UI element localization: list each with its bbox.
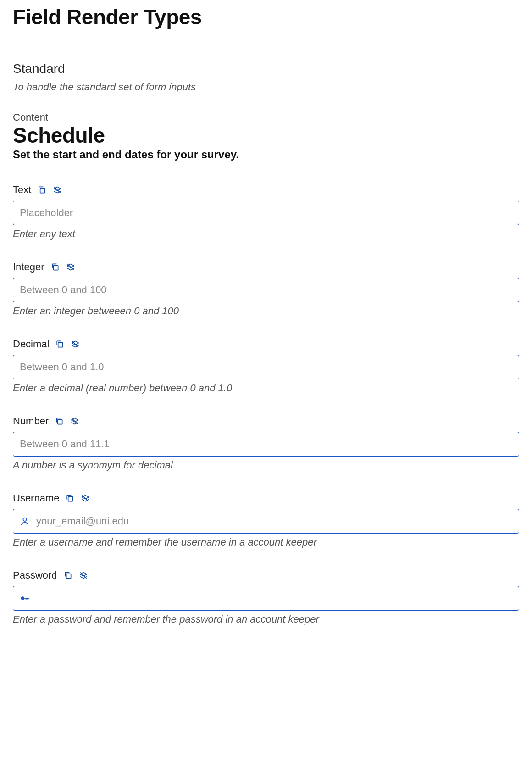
copy-icon[interactable] [65,493,75,503]
svg-rect-4 [58,343,63,347]
copy-icon[interactable] [63,570,73,580]
integer-input-wrap[interactable] [13,278,519,302]
content-heading: Schedule [13,124,519,146]
section-header: Standard [13,61,519,78]
field-help-decimal: Enter a decimal (real number) between 0 … [13,382,519,394]
decimal-input-wrap[interactable] [13,355,519,379]
password-input-wrap[interactable] [13,586,519,611]
number-input[interactable] [19,432,513,456]
field-label-number: Number [13,415,49,427]
field-help-password: Enter a password and remember the passwo… [13,613,519,625]
password-input[interactable] [35,586,513,610]
field-label-text: Text [13,184,31,196]
svg-rect-2 [53,266,58,270]
field-label-integer: Integer [13,261,44,273]
field-help-integer: Enter an integer betweeen 0 and 100 [13,305,519,317]
copy-icon[interactable] [37,185,47,195]
svg-rect-0 [40,189,45,193]
svg-point-10 [23,518,26,521]
field-password: Password Enter a password and remember t… [13,569,519,625]
number-input-wrap[interactable] [13,432,519,457]
svg-point-13 [21,597,24,600]
layers-off-icon[interactable] [52,185,62,195]
layers-off-icon[interactable] [70,339,80,349]
field-username: Username Enter a username and remember t… [13,492,519,548]
key-icon [19,592,31,604]
field-decimal: Decimal Enter a decimal (real number) be… [13,338,519,394]
text-input[interactable] [19,201,513,225]
field-label-username: Username [13,492,59,504]
integer-input[interactable] [19,278,513,302]
username-input[interactable] [35,509,513,533]
decimal-input[interactable] [19,355,513,379]
field-help-text: Enter any text [13,228,519,240]
copy-icon[interactable] [55,339,65,349]
text-input-wrap[interactable] [13,201,519,225]
svg-rect-15 [28,598,28,600]
field-label-decimal: Decimal [13,338,49,350]
field-label-password: Password [13,569,57,581]
layers-off-icon[interactable] [80,493,90,503]
person-icon [19,515,31,527]
page-title: Field Render Types [13,5,519,29]
field-help-username: Enter a username and remember the userna… [13,536,519,548]
section-subtitle: To handle the standard set of form input… [13,81,519,93]
layers-off-icon[interactable] [78,570,89,580]
layers-off-icon[interactable] [70,416,80,426]
content-description: Set the start and end dates for your sur… [13,148,519,161]
field-help-number: A number is a synomym for decimal [13,459,519,471]
field-number: Number A number is a synomym for decimal [13,415,519,471]
layers-off-icon[interactable] [66,262,76,272]
svg-rect-6 [58,420,62,424]
svg-rect-16 [26,598,27,600]
copy-icon[interactable] [54,416,64,426]
field-text: Text Enter any text [13,184,519,240]
username-input-wrap[interactable] [13,509,519,534]
copy-icon[interactable] [50,262,60,272]
svg-rect-14 [24,598,29,599]
content-label: Content [13,111,519,123]
svg-rect-11 [66,574,71,579]
field-integer: Integer Enter an integer betweeen 0 and … [13,261,519,317]
section-title: Standard [13,61,519,76]
svg-rect-8 [68,497,73,501]
